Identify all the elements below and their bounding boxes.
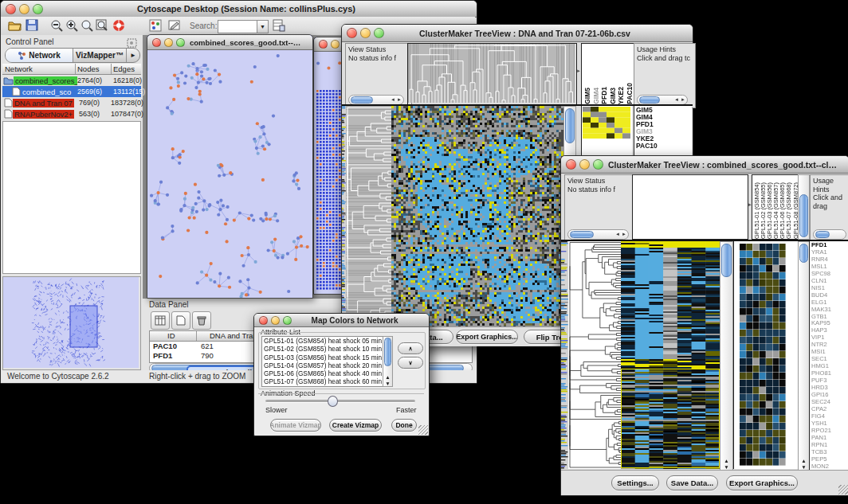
move-up-button[interactable]: ∧ — [398, 342, 423, 354]
col-nodes[interactable]: Nodes — [77, 64, 99, 73]
col-edges[interactable]: Edges — [113, 64, 135, 73]
gene-label: GTB1 — [811, 314, 848, 321]
resize-grip[interactable] — [418, 425, 428, 435]
nodes-count: 563(0) — [79, 110, 100, 118]
minimize-button[interactable] — [331, 40, 340, 49]
search-input[interactable] — [218, 20, 261, 33]
treeview1-row-dendrogram[interactable] — [346, 106, 391, 326]
birdseye-canvas[interactable] — [3, 277, 139, 368]
usage-hints-hscrollbar[interactable] — [813, 229, 846, 240]
network-row-combined-sco-selected[interactable]: combined_sco 2569(6) 13112(15) — [2, 86, 141, 97]
folder-icon — [3, 76, 14, 85]
open-file-button[interactable] — [8, 19, 22, 34]
resize-grip[interactable] — [838, 485, 848, 494]
vizmapper-icon[interactable] — [149, 19, 162, 35]
zoom-button[interactable] — [593, 159, 603, 170]
dialog-titlebar[interactable]: Map Colors to Network — [254, 314, 429, 327]
zoom-out-icon[interactable] — [50, 19, 63, 35]
minimize-button[interactable] — [360, 28, 371, 38]
export-graphics-button[interactable]: Export Graphics... — [456, 330, 518, 344]
save-button[interactable] — [26, 19, 38, 34]
row-value: 621 — [201, 342, 214, 350]
help-icon[interactable] — [112, 19, 125, 35]
zoom-button[interactable] — [374, 28, 384, 38]
create-attribute-button[interactable] — [171, 311, 190, 330]
control-panel-tabs: Network VizMapper™ ► — [5, 48, 140, 63]
birdseye-view[interactable] — [2, 276, 141, 370]
col-network[interactable]: Network — [5, 64, 33, 73]
treeview2-labels-vscrollbar[interactable] — [798, 174, 810, 240]
treeview2-zoom-vscrollbar[interactable]: ▲▼ — [798, 241, 810, 471]
treeview2-column-dendrogram-area[interactable] — [632, 174, 748, 240]
close-button[interactable] — [566, 159, 576, 170]
treeview2-heatmap[interactable] — [621, 241, 720, 469]
tab-vizmapper[interactable]: VizMapper™ — [73, 49, 127, 62]
usage-hints-title: Usage Hints — [813, 177, 848, 193]
main-titlebar[interactable]: Cytoscape Desktop (Session Name: collins… — [1, 1, 477, 18]
attribute-item: GPL51-07 (GSM868) heat shock 60 min — [264, 377, 385, 385]
network-row-combined-scores[interactable]: combined_scores_ 2764(0) 16218(0) — [2, 75, 141, 86]
settings-button[interactable]: Settings... — [611, 475, 659, 490]
gene-label: GIM5 — [636, 107, 692, 114]
export-graphics-button[interactable]: Export Graphics... — [726, 475, 798, 490]
annotation-icon[interactable] — [168, 19, 181, 35]
save-data-button[interactable]: Save Data... — [666, 475, 718, 490]
network-window-1-titlebar[interactable]: combined_scores_good.txt--cluste... — [147, 35, 312, 50]
treeview1-heatmap[interactable] — [391, 106, 563, 326]
view-status-hscrollbar[interactable]: ◄► — [567, 229, 629, 240]
zoom-in-icon[interactable] — [65, 19, 78, 35]
attribute-list[interactable]: GPL51-01 (GSM854) heat shock 05 minGPL51… — [261, 336, 387, 387]
minimize-button[interactable] — [19, 4, 29, 14]
speed-slider-track[interactable] — [265, 400, 415, 403]
animate-vizmap-button[interactable]: Animate Vizmap — [270, 419, 321, 432]
tab-more[interactable]: ► — [127, 49, 139, 62]
gene-label: BUD4 — [811, 292, 848, 299]
close-button[interactable] — [347, 28, 357, 38]
import-table-icon[interactable] — [273, 19, 285, 35]
treeview2-titlebar[interactable]: ClusterMaker TreeView : combined_scores_… — [561, 156, 848, 174]
close-button[interactable] — [152, 38, 161, 47]
network-name: DNA and Tran 07 — [13, 99, 74, 107]
zoom-button[interactable] — [283, 316, 292, 325]
network-window-1-title: combined_scores_good.txt--cluste... — [190, 38, 312, 47]
done-button[interactable]: Done — [391, 419, 417, 432]
gene-label: YRA1 — [811, 249, 848, 256]
tab-network[interactable]: Network — [6, 49, 73, 62]
create-vizmap-button[interactable]: Create Vizmap — [329, 419, 382, 432]
close-button[interactable] — [259, 316, 268, 325]
gene-label: RPO21 — [811, 428, 848, 435]
zoom-button[interactable] — [33, 4, 43, 14]
minimize-button[interactable] — [271, 316, 280, 325]
zoom-button[interactable] — [176, 38, 185, 47]
zoom-selected-icon[interactable] — [80, 19, 93, 35]
network-row-rnapuber[interactable]: RNAPuberNov2+ 563(0) 107847(0) — [2, 108, 141, 119]
network-view-1-canvas[interactable] — [147, 50, 311, 298]
treeview1-usage-hints-panel: Usage Hints Click and drag tc ◄► — [634, 43, 696, 108]
gene-label: RNR4 — [811, 256, 848, 264]
delete-attribute-button[interactable] — [192, 311, 211, 330]
close-button[interactable] — [6, 4, 16, 14]
treeview1-column-dendrogram[interactable] — [407, 43, 577, 105]
select-attributes-button[interactable] — [151, 311, 170, 330]
gene-label: SEC1 — [811, 356, 848, 363]
treeview2-usage-hints-panel: Usage Hints Click and drag — [810, 174, 848, 243]
col-id[interactable]: ID — [167, 331, 175, 340]
minimize-button[interactable] — [164, 38, 173, 47]
slower-label: Slower — [265, 406, 288, 414]
close-button[interactable] — [319, 40, 328, 49]
speed-slider-thumb[interactable] — [328, 396, 338, 407]
treeview2-gene-list[interactable]: PFD1YRA1RNR4MSL1SPC98CLN1NIS1BUD4ELG1MAK… — [809, 241, 848, 470]
treeview2-vscrollbar[interactable]: ▲▼ — [720, 241, 733, 471]
network-row-dna-tran[interactable]: DNA and Tran 07 769(0) 183728(0) — [2, 97, 141, 108]
minimize-button[interactable] — [579, 159, 590, 170]
attribute-item: GPL51-04 (GSM857) heat shock 20 min — [264, 361, 385, 369]
treeview2-zoom-panel[interactable] — [733, 241, 798, 469]
move-down-button[interactable]: ∨ — [398, 357, 423, 369]
attribute-list-vscrollbar[interactable]: ▲▼ — [383, 336, 393, 387]
treeview1-titlebar[interactable]: ClusterMaker TreeView : DNA and Tran 07-… — [342, 25, 693, 42]
zoom-fit-icon[interactable] — [96, 19, 108, 35]
gene-label: GIM4 — [636, 114, 692, 121]
treeview2-row-dendrogram[interactable] — [568, 241, 621, 469]
search-dropdown-button[interactable]: ▼ — [257, 20, 269, 33]
network-list-empty-area — [2, 121, 141, 274]
